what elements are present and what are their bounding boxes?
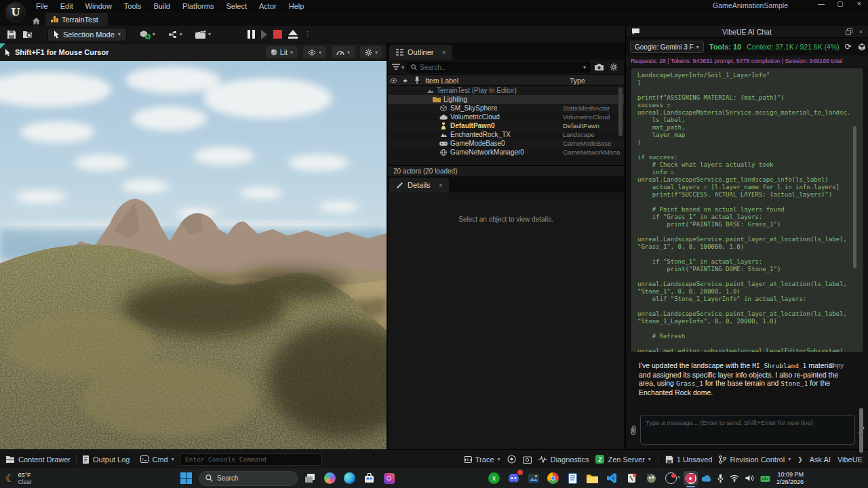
insights-icon[interactable]: [507, 455, 516, 464]
photos-icon[interactable]: [526, 471, 540, 485]
obs-icon[interactable]: [664, 471, 678, 485]
outliner-search-input[interactable]: [420, 64, 580, 71]
refresh-icon[interactable]: ⟳: [845, 42, 852, 52]
trace-dropdown[interactable]: Trace ▾: [464, 455, 500, 464]
chat-close-icon[interactable]: ×: [859, 28, 863, 35]
menu-file[interactable]: File: [30, 1, 54, 12]
revision-control-dropdown[interactable]: Revision Control ▾: [719, 455, 791, 464]
outliner-row-defaultpawn[interactable]: DefaultPawn0DefaultPawn: [388, 121, 624, 130]
chrome-icon[interactable]: [546, 471, 560, 485]
view-mode-dropdown[interactable]: Lit ▾: [266, 46, 298, 58]
zen-server-dropdown[interactable]: Z Zen Server ▾: [595, 455, 650, 464]
3d-scene-terrain[interactable]: [0, 61, 387, 449]
gimp-icon[interactable]: [644, 471, 658, 485]
level-viewport[interactable]: Shift+F1 for Mouse Cursor Lit ▾ ▾: [0, 43, 388, 449]
tray-app-red-icon[interactable]: [686, 474, 695, 483]
clip-studio-icon[interactable]: [625, 471, 639, 485]
blueprints-button[interactable]: ▾: [167, 30, 182, 39]
outliner-search[interactable]: ▾: [407, 62, 590, 73]
cinematics-button[interactable]: ▾: [195, 30, 211, 39]
chat-scrollbar[interactable]: [859, 408, 863, 453]
close-icon[interactable]: ×: [442, 49, 446, 56]
content-drawer-button[interactable]: Content Drawer: [5, 455, 71, 464]
outliner-scrollbar[interactable]: [618, 87, 623, 136]
unsaved-button[interactable]: 1 Unsaved: [665, 455, 713, 464]
taskbar-weather-widget[interactable]: ☾ 65°FClear: [5, 472, 32, 485]
tab-terraintest[interactable]: TerrainTest: [45, 13, 108, 26]
outliner-row-lighting-folder[interactable]: Lighting: [388, 95, 624, 104]
menu-build[interactable]: Build: [148, 1, 176, 12]
output-log-button[interactable]: Output Log: [82, 455, 130, 464]
copy-button[interactable]: Copy: [829, 361, 844, 370]
tab-outliner[interactable]: Outliner ×: [389, 45, 452, 60]
menu-window[interactable]: Window: [79, 1, 118, 12]
code-output-block[interactable]: LandscapeLayerInfo/Soil_1_LayerInfo" } p…: [631, 68, 863, 352]
outliner-row-skysphere[interactable]: SM_SkySphereStaticMeshActor: [388, 104, 624, 113]
diagnostics-button[interactable]: Diagnostics: [538, 455, 589, 464]
menu-platforms[interactable]: Platforms: [176, 1, 220, 12]
notepad-icon[interactable]: [566, 471, 580, 485]
launcher-tray-icon[interactable]: [760, 474, 770, 483]
copilot-icon[interactable]: [323, 471, 337, 485]
pause-button[interactable]: [248, 30, 255, 39]
visibility-eye-icon[interactable]: [388, 78, 399, 83]
speaker-icon[interactable]: [745, 474, 754, 482]
edge-icon[interactable]: [342, 471, 357, 485]
close-button[interactable]: ×: [854, 0, 864, 7]
filter-dropdown[interactable]: ▾: [392, 64, 404, 70]
playback-options-icon[interactable]: ⋮: [304, 30, 311, 39]
selection-mode-dropdown[interactable]: Selection Mode ▾: [47, 28, 127, 41]
chat-message-input[interactable]: [640, 415, 855, 445]
screenshot-icon[interactable]: [523, 455, 532, 464]
console-command-input[interactable]: [180, 453, 322, 466]
camera-icon[interactable]: [593, 61, 605, 73]
discord-icon[interactable]: [507, 471, 521, 485]
cmd-dropdown[interactable]: Cmd ▾: [140, 455, 174, 464]
menu-tools[interactable]: Tools: [118, 1, 148, 12]
home-icon[interactable]: [33, 18, 40, 24]
attach-paperclip-icon[interactable]: [629, 425, 637, 435]
column-type[interactable]: Type: [566, 77, 624, 85]
start-button[interactable]: [179, 471, 193, 485]
outliner-row-enchantedrock[interactable]: EnchantedRock_TXLandscape: [388, 130, 624, 139]
minimize-button[interactable]: —: [816, 0, 826, 7]
outliner-row-world[interactable]: TerrainTest (Play In Editor): [388, 86, 624, 95]
menu-actor[interactable]: Actor: [253, 1, 283, 12]
column-item-label[interactable]: Item Label: [422, 77, 566, 85]
vibeue-button[interactable]: VibeUE: [837, 455, 863, 464]
step-forward-button[interactable]: [261, 30, 267, 39]
menu-select[interactable]: Select: [220, 1, 253, 12]
pin-icon[interactable]: [411, 77, 422, 84]
favorite-star-icon[interactable]: ★: [399, 77, 411, 84]
outliner-row-volumetriccloud[interactable]: VolumetricCloudVolumetricCloud: [388, 113, 624, 121]
add-actor-button[interactable]: ▾: [139, 29, 155, 40]
package-icon[interactable]: [858, 43, 866, 51]
save-icon[interactable]: [5, 28, 18, 41]
restore-button[interactable]: ▢: [835, 0, 845, 7]
menu-help[interactable]: Help: [283, 1, 311, 12]
xbox-icon[interactable]: x: [487, 471, 501, 485]
task-view-icon[interactable]: [303, 471, 317, 485]
wifi-icon[interactable]: [730, 474, 739, 482]
show-flags-dropdown[interactable]: ▾: [303, 46, 326, 58]
microphone-icon[interactable]: [717, 474, 724, 483]
onedrive-icon[interactable]: [701, 475, 711, 482]
eject-button[interactable]: [288, 30, 298, 39]
outliner-row-networkmanager[interactable]: GameNetworkManager0GameNetworkMana: [388, 148, 624, 157]
stop-button[interactable]: [273, 30, 282, 39]
tray-expand-icon[interactable]: ^: [677, 475, 680, 482]
vscode-icon[interactable]: [605, 471, 619, 485]
code-scrollbar[interactable]: [853, 126, 856, 268]
dock-icon[interactable]: [846, 28, 852, 35]
content-browser-icon[interactable]: [22, 28, 34, 41]
taskbar-search[interactable]: Search: [199, 471, 298, 486]
menu-edit[interactable]: Edit: [54, 1, 79, 12]
camera-speed-dropdown[interactable]: ▾: [332, 46, 355, 58]
outliner-row-gamemode[interactable]: GameModeBase0GameModeBase: [388, 139, 624, 148]
store-icon[interactable]: [362, 471, 376, 485]
expand-chevron[interactable]: ❯: [797, 456, 803, 463]
viewport-settings-dropdown[interactable]: ▾: [360, 46, 382, 58]
outliner-settings-gear-icon[interactable]: [608, 61, 620, 73]
tab-details[interactable]: Details ×: [389, 178, 449, 192]
taskbar-clock[interactable]: 10:09 PM 2/26/2026: [776, 471, 804, 485]
